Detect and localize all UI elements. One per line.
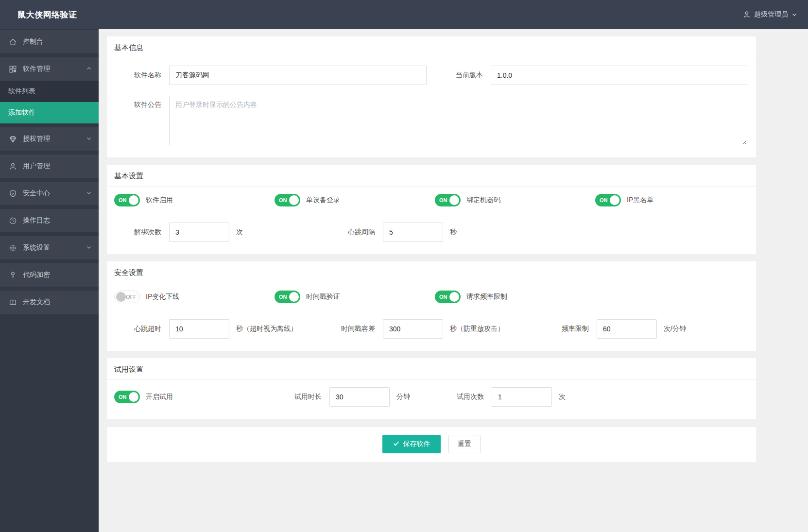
current-version-input[interactable]	[491, 66, 747, 85]
actions-card: 保存软件 重置	[107, 427, 756, 462]
toggle-label: IP变化下线	[146, 292, 179, 301]
key-icon	[9, 271, 17, 279]
sidebar-item-software-manage[interactable]: 软件管理	[0, 57, 99, 81]
unbind-count-input[interactable]	[169, 223, 229, 242]
rate-limit-input[interactable]	[597, 319, 657, 339]
heartbeat-timeout-suffix: 秒（超时视为离线）	[236, 325, 297, 333]
trial-duration-label: 试用时长	[275, 393, 329, 401]
toggle-label: 开启试用	[146, 393, 173, 401]
person-icon	[743, 11, 751, 18]
chevron-down-icon	[86, 135, 92, 143]
heartbeat-timeout-input[interactable]	[169, 319, 229, 339]
chevron-down-icon	[86, 244, 92, 252]
timestamp-tolerance-suffix: 秒（防重放攻击）	[450, 325, 504, 333]
heartbeat-interval-input[interactable]	[383, 223, 443, 242]
reset-button[interactable]: 重置	[448, 435, 481, 453]
section-title: 安全设置	[107, 261, 756, 283]
sidebar-item-software-list[interactable]: 软件列表	[0, 81, 99, 102]
sidebar-group-software: 软件管理 软件列表 添加软件	[0, 57, 99, 123]
sidebar-item-label: 软件列表	[8, 87, 35, 96]
heartbeat-interval-suffix: 秒	[450, 228, 457, 237]
unbind-count-suffix: 次	[236, 228, 243, 237]
sidebar-item-label: 代码加密	[23, 271, 92, 279]
toggle-label: 软件启用	[146, 196, 173, 205]
sidebar-item-system-settings[interactable]: 系统设置	[0, 236, 99, 259]
sidebar-item-label: 操作日志	[23, 216, 92, 225]
trial-count-suffix: 次	[559, 393, 566, 401]
toggle-rate-limit[interactable]: ON	[435, 291, 461, 303]
rate-limit-suffix: 次/分钟	[664, 325, 686, 333]
security-settings-card: 安全设置 OFF IP变化下线 ON 时间戳验证	[107, 261, 756, 351]
trial-duration-suffix: 分钟	[396, 393, 410, 401]
chevron-down-icon	[86, 189, 92, 197]
software-notice-textarea[interactable]	[169, 96, 747, 145]
sidebar-item-code-encrypt[interactable]: 代码加密	[0, 263, 99, 287]
sidebar-item-console[interactable]: 控制台	[0, 30, 99, 53]
home-icon	[9, 38, 17, 46]
check-icon	[393, 440, 399, 448]
chevron-up-icon	[86, 65, 92, 73]
section-title: 基本设置	[107, 165, 756, 187]
diamond-icon	[9, 135, 17, 143]
toggle-label: 单设备登录	[306, 196, 340, 205]
grid-icon	[9, 65, 17, 73]
sidebar-item-dev-docs[interactable]: 开发文档	[0, 291, 99, 314]
sidebar-item-label: 系统设置	[23, 243, 86, 252]
sidebar: 控制台 软件管理 软件列表 添加软件	[0, 29, 99, 532]
heartbeat-interval-label: 心跳间隔	[328, 228, 383, 237]
rate-limit-label: 频率限制	[542, 325, 597, 333]
trial-duration-input[interactable]	[329, 387, 390, 407]
user-menu[interactable]: 超级管理员	[743, 10, 808, 19]
save-software-button[interactable]: 保存软件	[382, 435, 441, 453]
toggle-single-device-login[interactable]: ON	[275, 194, 300, 206]
heartbeat-timeout-label: 心跳超时	[114, 325, 169, 333]
app-logo: 鼠大侠网络验证	[0, 9, 99, 20]
sidebar-item-add-software[interactable]: 添加软件	[0, 102, 99, 123]
current-version-label: 当前版本	[427, 71, 491, 80]
book-icon	[9, 298, 17, 307]
chevron-down-icon	[791, 12, 797, 17]
sidebar-item-operation-log[interactable]: 操作日志	[0, 209, 99, 232]
toggle-timestamp-verify[interactable]: ON	[275, 291, 300, 303]
sidebar-item-label: 授权管理	[23, 135, 86, 143]
shield-check-icon	[9, 189, 17, 198]
trial-count-input[interactable]	[492, 387, 552, 407]
software-name-input[interactable]	[169, 66, 427, 85]
sidebar-item-label: 用户管理	[23, 162, 92, 171]
timestamp-tolerance-input[interactable]	[383, 319, 443, 339]
gear-icon	[9, 244, 17, 252]
toggle-software-enabled[interactable]: ON	[114, 194, 140, 206]
toggle-label: 请求频率限制	[466, 292, 507, 301]
toggle-bind-machine-code[interactable]: ON	[435, 194, 461, 206]
toggle-trial-enabled[interactable]: ON	[114, 391, 140, 403]
main-content: 基本信息 软件名称 当前版本 软件公告 基本设置 ON	[99, 29, 808, 532]
toggle-ip-blacklist[interactable]: ON	[595, 194, 621, 206]
trial-count-label: 试用次数	[437, 393, 492, 401]
sidebar-item-security-center[interactable]: 安全中心	[0, 182, 99, 205]
software-name-label: 软件名称	[114, 71, 169, 80]
toggle-label: IP黑名单	[627, 196, 653, 205]
top-bar: 鼠大侠网络验证 超级管理员	[0, 0, 808, 29]
software-notice-label: 软件公告	[114, 96, 169, 109]
toggle-label: 绑定机器码	[466, 196, 500, 205]
sidebar-item-label: 添加软件	[8, 108, 35, 117]
user-name: 超级管理员	[754, 10, 788, 19]
basic-info-card: 基本信息 软件名称 当前版本 软件公告	[107, 36, 756, 157]
section-title: 试用设置	[107, 358, 756, 380]
sidebar-item-license-manage[interactable]: 授权管理	[0, 127, 99, 151]
sidebar-item-label: 开发文档	[23, 298, 92, 307]
timestamp-tolerance-label: 时间戳容差	[328, 325, 383, 333]
unbind-count-label: 解绑次数	[114, 228, 169, 237]
toggle-label: 时间戳验证	[306, 292, 340, 301]
sidebar-item-label: 软件管理	[23, 65, 86, 73]
sidebar-item-user-manage[interactable]: 用户管理	[0, 154, 99, 178]
sidebar-item-label: 安全中心	[23, 189, 86, 198]
basic-settings-card: 基本设置 ON 软件启用 ON 单设备登录	[107, 165, 756, 254]
user-icon	[9, 162, 17, 171]
trial-settings-card: 试用设置 ON 开启试用 试用时长 分钟 试用次数	[107, 358, 756, 419]
toggle-ip-change-offline[interactable]: OFF	[114, 291, 140, 303]
clock-icon	[9, 217, 17, 225]
section-title: 基本信息	[107, 36, 756, 58]
sidebar-item-label: 控制台	[23, 37, 92, 46]
